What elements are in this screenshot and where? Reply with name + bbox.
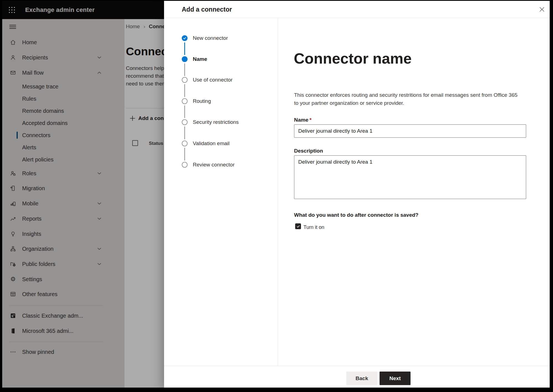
step-connector-line [184,126,185,139]
wizard-step-routing[interactable]: Routing [164,96,278,107]
screen: Exchange admin center Home Recipients Ma… [0,0,553,392]
wizard-step-use-of-connector[interactable]: Use of connector [164,74,278,85]
add-connector-dialog: Add a connector New connector Name [164,1,550,388]
connector-description-textarea[interactable]: Deliver journal directly to Area 1 [294,155,526,199]
step-label: Use of connector [193,77,233,83]
wizard-step-new-connector[interactable]: New connector [164,33,278,44]
wizard-step-validation-email[interactable]: Validation email [164,138,278,149]
required-asterisk: * [310,117,311,123]
step-label: Routing [193,98,211,104]
checkmark-icon [296,224,300,228]
step-completed-check-icon [182,35,188,41]
step-connector-line [184,148,185,161]
turn-it-on-checkbox[interactable] [295,223,301,229]
step-connector-line [184,105,185,118]
wizard-step-review-connector[interactable]: Review connector [164,159,278,170]
step-future-dot [182,77,188,83]
description-field-label: Description [294,148,323,154]
step-future-dot [182,141,188,147]
footer-divider [164,366,550,366]
turn-it-on-label[interactable]: Turn it on [303,224,324,230]
dialog-header: Add a connector [164,1,550,18]
step-future-dot [182,119,188,125]
step-current-dot [182,56,188,62]
name-field-label: Name* [294,117,311,123]
wizard-step-security-restrictions[interactable]: Security restrictions [164,117,278,128]
step-label: Review connector [193,162,235,168]
close-button[interactable] [536,3,548,15]
step-future-dot [182,162,188,168]
step-connector-line [184,84,185,97]
wizard-step-name[interactable]: Name [164,54,278,65]
step-connector-line [184,42,185,55]
dialog-title: Add a connector [182,1,232,18]
step-label: Name [193,56,207,62]
step-label: Security restrictions [193,119,239,125]
back-button[interactable]: Back [346,372,377,385]
close-icon [539,7,545,12]
after-save-question: What do you want to do after connector i… [294,212,419,218]
wizard-steps: New connector Name Use of connector Rout… [164,18,278,366]
step-description: This connector enforces routing and secu… [294,91,518,107]
next-button[interactable]: Next [380,372,411,385]
step-future-dot [182,98,188,104]
step-label: New connector [193,35,228,41]
connector-name-input[interactable] [294,124,526,138]
step-heading: Connector name [294,51,412,66]
step-label: Validation email [193,140,230,147]
